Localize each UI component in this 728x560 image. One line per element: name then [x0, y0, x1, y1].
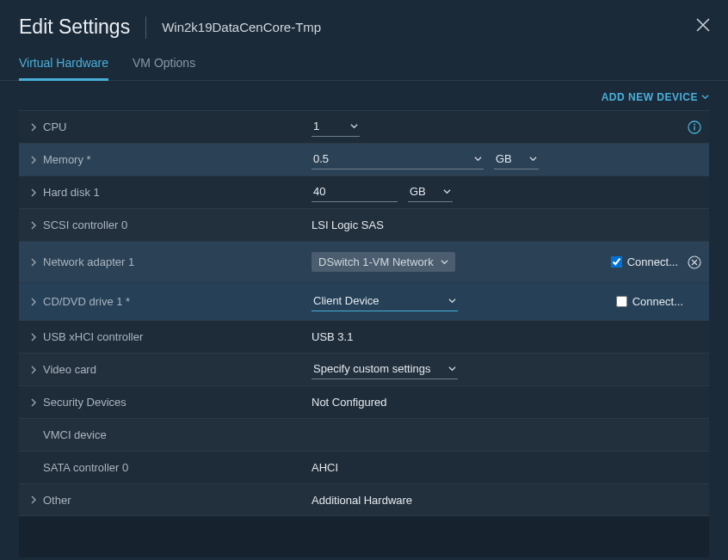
- cddvd1-connect-checkbox[interactable]: [616, 296, 627, 307]
- add-new-device-label: ADD NEW DEVICE: [602, 91, 698, 103]
- close-button[interactable]: [695, 17, 711, 33]
- expand-cpu[interactable]: [26, 123, 41, 132]
- row-other: Other Additional Hardware: [19, 483, 709, 516]
- video-select[interactable]: Specify custom settings: [312, 360, 458, 379]
- chevron-down-icon: [443, 185, 451, 198]
- expand-other[interactable]: [26, 495, 41, 504]
- memory-value-select[interactable]: 0.5: [312, 150, 484, 169]
- network1-connect-checkbox[interactable]: [611, 256, 622, 268]
- row-vmci: VMCI device: [19, 418, 709, 451]
- label-cpu: CPU: [41, 120, 312, 133]
- scsi0-value: LSI Logic SAS: [312, 218, 384, 231]
- remove-icon: [688, 255, 701, 269]
- chevron-down-icon: [350, 120, 358, 132]
- close-icon: [695, 17, 711, 33]
- chevron-down-icon: [441, 255, 448, 268]
- label-network1: Network adapter 1: [41, 255, 312, 268]
- expand-network1[interactable]: [26, 258, 41, 267]
- cddvd1-connect-label: Connect...: [632, 295, 683, 308]
- network1-remove-button[interactable]: [687, 255, 702, 270]
- add-new-device-button[interactable]: ADD NEW DEVICE: [602, 91, 709, 103]
- row-scsi0: SCSI controller 0 LSI Logic SAS: [19, 208, 709, 241]
- label-scsi0: SCSI controller 0: [41, 218, 312, 231]
- cpu-select[interactable]: 1: [312, 117, 360, 137]
- network1-value: DSwitch 1-VM Network: [318, 255, 434, 268]
- tab-virtual-hardware[interactable]: Virtual Hardware: [19, 51, 108, 81]
- row-video: Video card Specify custom settings: [19, 353, 709, 385]
- svg-rect-2: [694, 126, 694, 130]
- row-network1: Network adapter 1 DSwitch 1-VM Network C…: [19, 241, 709, 282]
- label-other: Other: [41, 494, 312, 507]
- network1-connect-label: Connect...: [627, 255, 678, 268]
- svg-point-1: [694, 123, 695, 125]
- expand-scsi0[interactable]: [26, 221, 41, 230]
- label-cddvd1: CD/DVD drive 1 *: [41, 295, 312, 308]
- chevron-down-icon: [474, 152, 482, 165]
- dialog-header: Edit Settings Win2k19DataCenCore-Tmp: [0, 0, 728, 51]
- expand-usb[interactable]: [26, 333, 41, 342]
- label-harddisk1: Hard disk 1: [41, 186, 312, 199]
- harddisk1-size-input[interactable]: [312, 182, 398, 202]
- usb-value: USB 3.1: [312, 330, 353, 343]
- label-video: Video card: [41, 363, 312, 376]
- row-memory: Memory * 0.5 GB: [19, 143, 709, 175]
- cpu-value: 1: [313, 120, 319, 132]
- footer-area: [19, 516, 709, 557]
- expand-cddvd1[interactable]: [26, 298, 41, 306]
- dialog-title: Edit Settings: [19, 15, 130, 39]
- toolbar: ADD NEW DEVICE: [0, 81, 728, 110]
- memory-value: 0.5: [313, 152, 329, 165]
- chevron-down-icon: [448, 362, 456, 375]
- label-vmci: VMCI device: [41, 428, 312, 441]
- network1-select[interactable]: DSwitch 1-VM Network: [312, 252, 455, 272]
- video-value: Specify custom settings: [313, 362, 431, 375]
- memory-unit: GB: [496, 152, 512, 165]
- chevron-down-icon: [701, 91, 709, 103]
- security-value: Not Configured: [312, 396, 386, 409]
- expand-security[interactable]: [26, 398, 41, 407]
- row-sata0: SATA controller 0 AHCI: [19, 451, 709, 483]
- label-memory: Memory *: [41, 153, 312, 166]
- cddvd1-select[interactable]: Client Device: [312, 292, 458, 311]
- other-value: Additional Hardware: [312, 494, 412, 507]
- sata0-value: AHCI: [312, 461, 338, 474]
- label-sata0: SATA controller 0: [41, 461, 312, 474]
- label-usb: USB xHCI controller: [41, 330, 312, 343]
- harddisk1-unit: GB: [410, 185, 426, 198]
- row-harddisk1: Hard disk 1 GB: [19, 175, 709, 208]
- vm-name: Win2k19DataCenCore-Tmp: [162, 20, 321, 34]
- row-usb: USB xHCI controller USB 3.1: [19, 320, 709, 353]
- header-divider: [145, 16, 146, 39]
- label-security: Security Devices: [41, 396, 312, 409]
- chevron-down-icon: [448, 294, 456, 307]
- expand-video[interactable]: [26, 366, 41, 374]
- settings-list: CPU 1 Memory * 0.5 GB: [0, 110, 728, 516]
- row-security: Security Devices Not Configured: [19, 385, 709, 418]
- expand-harddisk1[interactable]: [26, 188, 41, 197]
- tab-bar: Virtual Hardware VM Options: [0, 51, 728, 81]
- expand-memory[interactable]: [26, 156, 41, 164]
- row-cddvd1: CD/DVD drive 1 * Client Device Connect..…: [19, 282, 709, 320]
- chevron-down-icon: [529, 152, 537, 165]
- info-icon[interactable]: [687, 120, 702, 135]
- harddisk1-unit-select[interactable]: GB: [408, 182, 453, 202]
- row-cpu: CPU 1: [19, 110, 709, 143]
- cddvd1-value: Client Device: [313, 294, 379, 307]
- memory-unit-select[interactable]: GB: [494, 150, 539, 169]
- tab-vm-options[interactable]: VM Options: [133, 51, 195, 81]
